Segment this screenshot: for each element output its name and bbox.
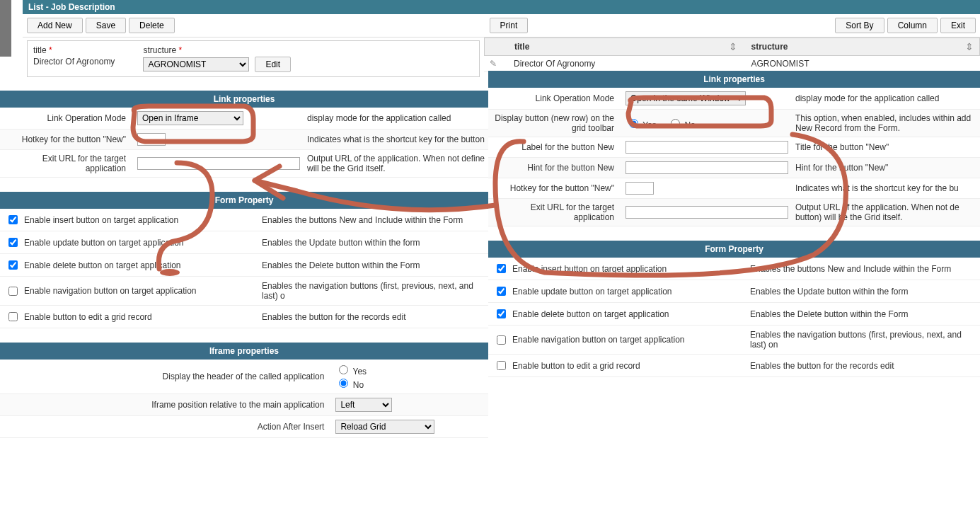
hotkey-input-r[interactable] (626, 182, 654, 195)
chk-delete-desc: Enables the Delete button within the For… (262, 260, 483, 270)
structure-label: structure (143, 45, 176, 55)
title-value: Director Of Agronomy (33, 57, 115, 67)
row-structure: AGRONOMIST (751, 59, 975, 69)
labelnew-input[interactable] (626, 141, 788, 154)
chk-update-label-r: Enable update button on target applicati… (512, 287, 746, 297)
chk-nav-label-r: Enable navigation button on target appli… (512, 335, 746, 345)
exiturl-label: Exit URL for the target application (3, 154, 130, 173)
col-title: title (514, 42, 715, 52)
structure-select[interactable]: AGRONOMIST (143, 57, 249, 71)
chk-delete[interactable] (8, 260, 18, 270)
exiturl-label-r: Exit URL for the target application (491, 202, 618, 222)
edit-structure-button[interactable]: Edit (255, 57, 291, 72)
no-label-r: No (684, 120, 695, 130)
chk-update-desc: Enables the Update button within the for… (262, 238, 483, 248)
add-new-button[interactable]: Add New (27, 18, 83, 33)
after-insert-label: Action After Insert (3, 422, 328, 432)
chk-insert[interactable] (8, 215, 18, 224)
toolbar: Add New Save Delete Print Sort By Column… (23, 14, 980, 38)
chk-edit-label-r: Enable button to edit a grid record (512, 361, 746, 371)
sort-by-button[interactable]: Sort By (835, 18, 884, 33)
op-mode-desc-r: display mode for the application called (795, 93, 977, 103)
sort-structure-icon[interactable]: ⇕ (965, 41, 974, 52)
exiturl-input-r[interactable] (626, 206, 788, 219)
print-button[interactable]: Print (490, 18, 529, 33)
exiturl-input[interactable] (137, 157, 300, 170)
hotkey-input[interactable] (137, 133, 166, 146)
chk-update[interactable] (8, 238, 18, 247)
title-label: title (33, 45, 47, 55)
window-title: List - Job Description (23, 0, 980, 14)
link-properties-header-r: Link properties (488, 71, 980, 88)
chk-insert-desc: Enables the buttons New and Include with… (262, 215, 483, 225)
form-panel: title * Director Of Agronomy structure *… (27, 40, 480, 77)
chk-delete-label-r: Enable delete button on target applicati… (512, 309, 746, 319)
chk-insert-label: Enable insert button on target applicati… (24, 215, 258, 225)
op-mode-select[interactable]: Open in Iframe (137, 111, 243, 125)
op-mode-label: Link Operation Mode (3, 113, 130, 123)
op-mode-label-r: Link Operation Mode (491, 93, 618, 103)
chk-insert-label-r: Enable insert button on target applicati… (512, 264, 746, 274)
delete-button[interactable]: Delete (129, 18, 175, 33)
list-row[interactable]: ✎ Director Of Agronomy AGRONOMIST (484, 56, 980, 72)
right-properties-pane: Link properties Link Operation Mode Open… (488, 71, 980, 377)
chk-update-desc-r: Enables the Update button within the for… (750, 287, 974, 297)
chk-nav[interactable] (8, 287, 18, 296)
chk-edit-desc: Enables the button for the records edit (262, 312, 483, 322)
labelnew-desc: Title for the button "New" (795, 142, 977, 152)
link-properties-header: Link properties (0, 91, 488, 108)
chk-update-label: Enable update button on target applicati… (24, 238, 258, 248)
chk-edit-desc-r: Enables the button for the records edit (750, 361, 974, 371)
exit-button[interactable]: Exit (940, 18, 976, 33)
required-star: * (49, 45, 52, 55)
row-title: Director Of Agronomy (514, 59, 737, 69)
chk-update-r[interactable] (497, 287, 506, 296)
hintnew-label: Hint for the button New (491, 163, 618, 173)
hotkey-desc: Indicates what is the shortcut key for t… (307, 134, 485, 144)
col-structure: structure (751, 42, 952, 52)
iframe-properties-header: Iframe properties (0, 343, 488, 360)
yes-label: Yes (353, 367, 367, 376)
iframe-header-yes[interactable] (339, 365, 348, 374)
chk-nav-desc: Enables the navigation buttons (first, p… (262, 281, 483, 301)
gray-sidebar-strip (0, 0, 11, 57)
chk-insert-desc-r: Enables the buttons New and Include with… (750, 264, 974, 274)
list-header: title ⇕ structure ⇕ (484, 38, 980, 56)
op-mode-desc: display mode for the application called (307, 113, 485, 123)
required-star: * (178, 45, 182, 55)
form-property-header: Form Property (0, 192, 488, 209)
after-insert-select[interactable]: Reload Grid (335, 420, 434, 434)
chk-insert-r[interactable] (497, 264, 506, 273)
iframe-disp-label: Display the header of the called applica… (3, 372, 328, 381)
iframe-pos-select[interactable]: Left (335, 398, 392, 412)
left-properties-pane: Link properties Link Operation Mode Open… (0, 91, 488, 438)
hintnew-input[interactable] (626, 161, 788, 174)
hotkey-desc-r: Indicates what is the shortcut key for t… (795, 183, 977, 193)
yes-label-r: Yes (642, 120, 657, 130)
chk-nav-r[interactable] (497, 335, 506, 345)
no-label: No (353, 380, 364, 390)
sort-title-icon[interactable]: ⇕ (729, 41, 737, 52)
exiturl-desc: Output URL of the application. When not … (307, 154, 485, 173)
chk-delete-r[interactable] (497, 309, 506, 318)
hotkey-label: Hotkey for the button "New" (3, 134, 130, 144)
chk-delete-label: Enable delete button on target applicati… (24, 260, 258, 270)
dispbtn-label: Display button (new row) on the grid too… (491, 113, 618, 133)
chk-edit-r[interactable] (497, 361, 506, 370)
dispbtn-desc: This option, when enabled, includes with… (795, 113, 977, 133)
column-button[interactable]: Column (887, 18, 938, 33)
chk-delete-desc-r: Enables the Delete button within the For… (750, 309, 974, 319)
iframe-pos-label: Iframe position relative to the main app… (3, 400, 328, 410)
hotkey-label-r: Hotkey for the button "New" (491, 183, 618, 193)
form-property-header-r: Form Property (488, 241, 980, 258)
iframe-header-no[interactable] (339, 379, 348, 388)
dispbtn-yes[interactable] (629, 119, 638, 128)
save-button[interactable]: Save (86, 18, 126, 33)
chk-nav-desc-r: Enables the navigation buttons (first, p… (750, 330, 974, 350)
dispbtn-no[interactable] (671, 119, 680, 128)
edit-row-icon[interactable]: ✎ (490, 59, 500, 69)
op-mode-select-r[interactable]: Open in the same Window (626, 91, 746, 105)
chk-edit[interactable] (8, 312, 18, 321)
chk-edit-label: Enable button to edit a grid record (24, 312, 258, 322)
chk-nav-label: Enable navigation button on target appli… (24, 286, 258, 296)
